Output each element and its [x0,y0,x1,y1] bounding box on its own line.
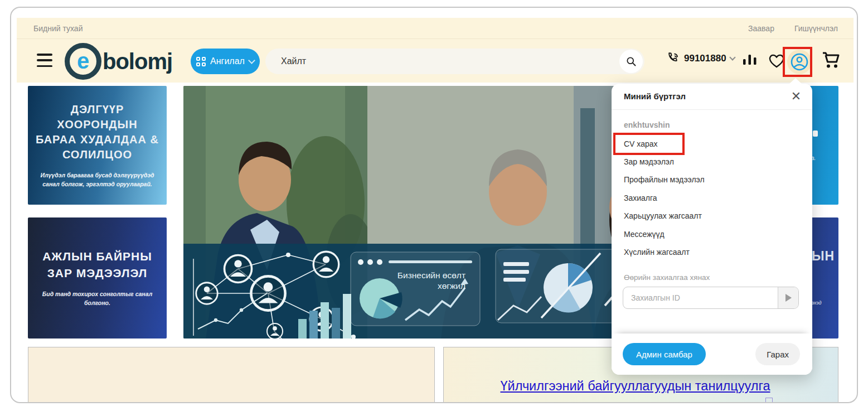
masthead: Бидний тухай Заавар Гишүүнчлэл e bolomj … [17,18,854,83]
chevron-down-icon [248,57,255,64]
cart-button[interactable] [822,52,840,71]
heart-icon [768,53,785,69]
banner-title: ДЭЛГҮҮР ХООРОНДЫН БАРАА ХУДАЛДАА & СОЛИЛ… [36,102,159,162]
username-label: enkhtuvshin [624,120,670,129]
menu-item-ads[interactable]: Зар мэдээлэл [624,157,674,166]
logo-word: bolomj [103,49,172,74]
instructions-link[interactable]: Заавар [748,24,774,33]
banner-subtitle: Бид танд тохирох сонголтыг санал болгоно… [36,290,159,308]
chevron-down-icon [729,54,735,60]
search-input[interactable] [281,49,593,74]
service-organizations-link[interactable]: Үйлчилгээний байгууллагуудын танилцуулга [444,379,827,394]
logo-circle: e [65,43,101,80]
menu-item-cv[interactable]: CV харах [624,139,658,148]
top-utility-bar: Бидний тухай Заавар Гишүүнчлэл [17,18,854,39]
dropdown-caret [789,78,802,84]
menu-item-profile[interactable]: Профайлын мэдээлэл [624,175,705,184]
bottom-panel-left [28,347,435,403]
dropdown-title: Миний бүртгэл [624,91,686,101]
hero-business-photo: Бизнесийн өсөлт хөгжил [183,86,683,339]
menu-item-wishlist[interactable]: Хүслийн жагсаалт [624,248,690,257]
membership-link[interactable]: Гишүүнчлэл [794,24,838,33]
logo-letter: e [77,50,89,72]
hero-overlay-text-line1: Бизнесийн өсөлт [397,270,465,280]
banner-text-fragment [813,130,818,137]
compare-stats-button[interactable] [743,52,757,70]
about-link[interactable]: Бидний тухай [33,24,83,33]
phone-icon [666,51,680,65]
account-button[interactable] [787,50,812,74]
banner-subtitle: Илүүдэл бараагаа бусад дэлгүүрүүдэд сана… [36,171,159,189]
phone-dropdown[interactable]: 99101880 [666,51,735,65]
logout-button[interactable]: Гарах [755,343,800,365]
category-button-label: Ангилал [210,56,245,66]
account-dropdown: Миний бүртгэл ✕ enkhtuvshin CV харах Зар… [612,84,812,375]
menu-item-compare[interactable]: Харьцуулах жагсаалт [624,211,702,220]
banner-store-exchange[interactable]: ДЭЛГҮҮР ХООРОНДЫН БАРАА ХУДАЛДАА & СОЛИЛ… [28,86,167,205]
grid-icon [196,57,206,66]
hero-carousel-slide[interactable]: Бизнесийн өсөлт хөгжил [183,86,683,339]
order-tracking-label: Өөрийн захиалгаа хянах [624,273,710,282]
top-links: Заавар Гишүүнчлэл [748,24,838,33]
play-triangle-icon [785,294,792,302]
category-button[interactable]: Ангилал [191,49,260,74]
dropdown-footer: Админ самбар Гарах [612,333,812,375]
close-icon[interactable]: ✕ [789,89,803,104]
small-image-placeholder [765,398,773,403]
cart-icon [822,52,840,69]
banner-job-ads[interactable]: АЖЛЫН БАЙРНЫ ЗАР МЭДЭЭЛЭЛ Бид танд тохир… [28,217,167,339]
order-id-submit-button[interactable] [778,287,798,308]
hero-overlay-text-line2: хөгжил [438,281,465,291]
menu-item-orders[interactable]: Захиалга [624,194,657,202]
bar-chart-icon [743,52,757,68]
wishlist-button[interactable] [768,53,785,71]
banner-title-fragment: ЫН [812,249,835,264]
menu-item-messages[interactable]: Мессежүүд [624,230,665,239]
phone-number: 99101880 [684,53,726,64]
divider [612,109,812,110]
site-logo[interactable]: e bolomj [65,41,172,81]
search-button[interactable] [619,50,643,73]
hamburger-menu-icon[interactable] [37,54,52,67]
order-id-group [623,287,799,309]
search-bar [265,49,644,74]
main-header: e bolomj Ангилал [17,39,854,83]
order-id-input[interactable] [623,287,778,308]
admin-panel-button[interactable]: Админ самбар [623,343,706,365]
screenshot-root: Бидний тухай Заавар Гишүүнчлэл e bolomj … [0,0,868,411]
search-icon [625,56,637,67]
user-account-icon [790,52,809,71]
banner-title: АЖЛЫН БАЙРНЫ ЗАР МЭДЭЭЛЭЛ [36,248,159,281]
